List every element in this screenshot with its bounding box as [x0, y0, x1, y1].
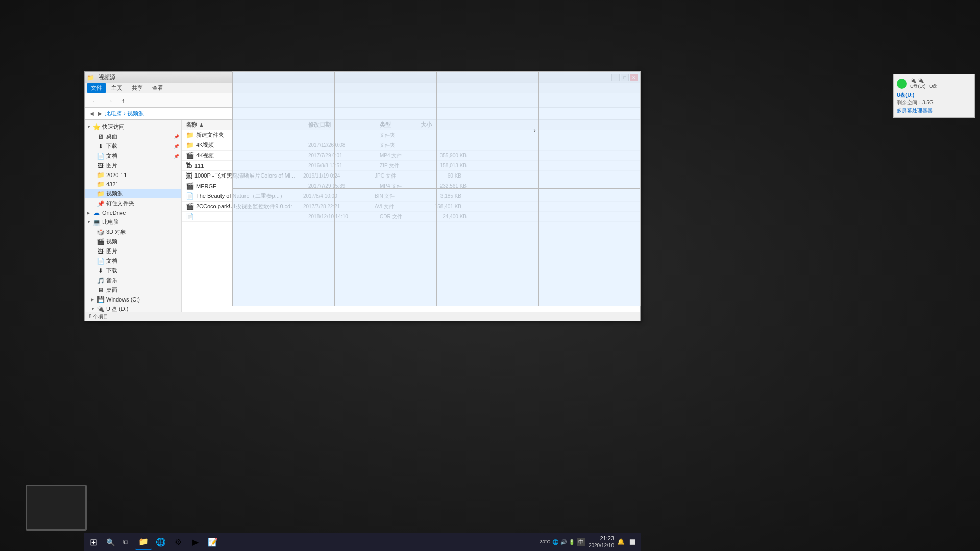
sidebar-item-video-source[interactable]: 📁 视频源: [85, 189, 181, 198]
sidebar-item-documents2[interactable]: 📄 文档: [85, 256, 181, 266]
start-button[interactable]: ⊞: [84, 533, 103, 552]
taskbar-settings[interactable]: ⚙: [170, 534, 186, 550]
battery-tray-icon[interactable]: 🔋: [569, 539, 575, 545]
window-title: 视频源: [99, 73, 115, 81]
clock-time: 21:23: [589, 535, 614, 542]
start-icon: ⊞: [90, 537, 97, 548]
media-icon: ▶: [192, 537, 199, 547]
panel-cell-8: [538, 189, 641, 306]
panel-expand-arrow[interactable]: ›: [533, 126, 536, 134]
edge-icon: 🌐: [156, 537, 166, 547]
taskbar: ⊞ 🔍 ⧉ 📁 🌐 ⚙ ▶ 📝 30°C 🌐 🔊 🔋 中 2: [84, 533, 641, 551]
sidebar-item-pictures2[interactable]: 🖼 图片: [85, 246, 181, 256]
cpu-temp: 30°C: [540, 539, 550, 544]
settings-icon: ⚙: [175, 537, 182, 547]
menu-item-file[interactable]: 文件: [87, 83, 106, 93]
panel-cell-1: [232, 71, 334, 189]
usb-title: U盘(U:): [897, 92, 971, 99]
sidebar-item-quick-access[interactable]: ▼ ⭐ 快速访问: [85, 122, 181, 132]
item-count: 8 个项目: [89, 313, 108, 320]
menu-item-home[interactable]: 主页: [107, 83, 127, 93]
sidebar-item-windows-c[interactable]: ▶ 💾 Windows (C:): [85, 295, 181, 304]
secondary-monitor: [26, 485, 87, 531]
sidebar-item-downloads2[interactable]: ⬇ 下载: [85, 266, 181, 276]
show-desktop-icon[interactable]: ⬜: [628, 538, 636, 546]
taskbar-icons: 📁 🌐 ⚙ ▶ 📝: [135, 534, 221, 550]
panel-cell-5: [232, 189, 334, 306]
usb-info: 🔌 🔌 U盘(U:) U盘: [910, 78, 938, 90]
sidebar-item-3d[interactable]: 🎲 3D 对象: [85, 227, 181, 237]
taskbar-notepad[interactable]: 📝: [205, 534, 221, 550]
taskbar-edge[interactable]: 🌐: [153, 534, 169, 550]
sidebar-item-desktop[interactable]: 🖥 桌面 📌: [85, 132, 181, 141]
sidebar-item-2020-11[interactable]: 📁 2020-11: [85, 170, 181, 180]
task-view-icon: ⧉: [123, 538, 128, 546]
clock-date: 2020/12/10: [589, 542, 614, 549]
address-path[interactable]: 此电脑 › 视频源: [105, 110, 144, 117]
notepad-icon: 📝: [208, 537, 218, 547]
system-clock[interactable]: 21:23 2020/12/10: [589, 535, 614, 549]
menu-item-view[interactable]: 查看: [148, 83, 167, 93]
sidebar-item-video2[interactable]: 🎬 视频: [85, 237, 181, 246]
sidebar-item-desktop2[interactable]: 🖥 桌面: [85, 285, 181, 295]
notification-icon[interactable]: 🔔: [617, 538, 625, 545]
sidebar-item-documents[interactable]: 📄 文档 📌: [85, 151, 181, 161]
forward-button[interactable]: →: [104, 96, 116, 105]
taskbar-tray: 30°C 🌐 🔊 🔋 中 21:23 2020/12/10 🔔 ⬜: [540, 535, 641, 549]
panel-cell-6: [334, 189, 436, 306]
usb-labels: U盘(U:) U盘: [910, 83, 938, 90]
sidebar-item-onedrive[interactable]: ▶ ☁ OneDrive: [85, 208, 181, 217]
usb-free-space: 剩余空间：3.5G: [897, 99, 971, 106]
sidebar-item-pictures[interactable]: 🖼 图片: [85, 161, 181, 170]
multi-panel-grid: ›: [232, 71, 641, 306]
status-bar: 8 个项目: [85, 312, 640, 321]
back-button[interactable]: ←: [89, 96, 102, 105]
usb-indicator: [897, 79, 907, 89]
panel-cell-3: ›: [436, 71, 538, 189]
search-icon: 🔍: [106, 538, 115, 546]
system-tray: 30°C 🌐 🔊 🔋 中: [540, 538, 585, 546]
panel-cell-2: [334, 71, 436, 189]
usb-popup: 🔌 🔌 U盘(U:) U盘 U盘(U:) 剩余空间：3.5G 多屏幕处理器器: [893, 74, 975, 118]
nav-forward[interactable]: ▶: [97, 110, 103, 117]
lang-indicator[interactable]: 中: [577, 538, 585, 546]
panel-cell-7: [436, 189, 538, 306]
sidebar-item-this-pc[interactable]: ▼ 💻 此电脑: [85, 217, 181, 227]
taskbar-media[interactable]: ▶: [187, 534, 204, 550]
sidebar-item-downloads[interactable]: ⬇ 下载 📌: [85, 141, 181, 151]
sidebar: ▼ ⭐ 快速访问 🖥 桌面 📌 ⬇ 下载 📌: [85, 120, 182, 312]
search-button[interactable]: 🔍: [103, 535, 118, 549]
sidebar-item-4321[interactable]: 📁 4321: [85, 180, 181, 189]
volume-tray-icon[interactable]: 🔊: [560, 539, 567, 545]
usb-drive-icons: 🔌 🔌: [910, 78, 938, 83]
usb-sub-label: 多屏幕处理器器: [897, 107, 971, 114]
sidebar-item-music[interactable]: 🎵 音乐: [85, 276, 181, 285]
sidebar-item-pinned[interactable]: 📌 钉住文件夹: [85, 198, 181, 208]
nav-back[interactable]: ◀: [89, 110, 95, 117]
file-explorer-icon: 📁: [138, 537, 149, 546]
menu-item-share[interactable]: 共享: [128, 83, 147, 93]
panel-cell-4: [538, 71, 641, 189]
up-button[interactable]: ↑: [118, 96, 129, 105]
sidebar-item-u-drive[interactable]: ▼ 🔌 U 盘 (D:): [85, 304, 181, 312]
task-view-button[interactable]: ⧉: [118, 535, 133, 549]
network-tray-icon[interactable]: 🌐: [552, 539, 558, 545]
taskbar-file-explorer[interactable]: 📁: [135, 534, 152, 550]
